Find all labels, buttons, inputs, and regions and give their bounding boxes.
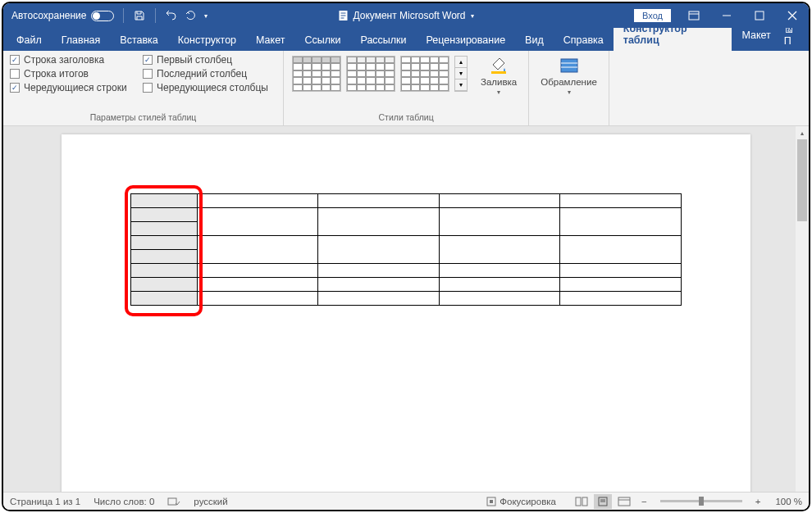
style-thumb[interactable] xyxy=(292,56,341,92)
svg-rect-14 xyxy=(576,497,581,506)
group-table-style-options: Строка заголовка Первый столбец Строка и… xyxy=(3,51,284,125)
close-button[interactable] xyxy=(776,3,809,28)
print-layout-icon[interactable] xyxy=(594,494,612,509)
word-count[interactable]: Число слов: 0 xyxy=(94,497,154,506)
scroll-down-icon[interactable]: ▾ xyxy=(455,68,467,79)
toggle-switch-icon xyxy=(91,11,114,21)
zoom-out-button[interactable]: − xyxy=(636,497,652,506)
zoom-slider[interactable] xyxy=(660,500,742,502)
titlebar: Автосохранение ▾ Документ Microsoft Word… xyxy=(3,3,809,28)
spellcheck-icon[interactable] xyxy=(167,496,180,507)
gallery-scroll[interactable]: ▴▾▾ xyxy=(454,56,468,92)
document-table[interactable] xyxy=(130,193,682,306)
borders-icon xyxy=(558,56,581,75)
paint-bucket-icon xyxy=(487,56,510,75)
login-button[interactable]: Вход xyxy=(634,9,671,22)
scroll-more-icon[interactable]: ▾ xyxy=(455,79,467,91)
svg-rect-13 xyxy=(490,500,493,503)
autosave-label: Автосохранение xyxy=(11,10,86,21)
read-mode-icon[interactable] xyxy=(573,494,591,509)
autosave-toggle[interactable]: Автосохранение xyxy=(11,10,114,21)
tab-mailings[interactable]: Рассылки xyxy=(350,30,416,51)
statusbar: Страница 1 из 1 Число слов: 0 русский Фо… xyxy=(3,492,809,510)
tab-insert[interactable]: Вставка xyxy=(110,30,167,51)
check-last-column[interactable]: Последний столбец xyxy=(143,68,247,79)
table-styles-gallery[interactable]: ▴▾▾ xyxy=(290,54,469,93)
ribbon: Строка заголовка Первый столбец Строка и… xyxy=(3,51,809,126)
chevron-down-icon: ▾ xyxy=(568,89,571,96)
svg-rect-15 xyxy=(582,497,587,506)
check-first-column[interactable]: Первый столбец xyxy=(143,54,232,66)
scroll-up-icon[interactable]: ▴ xyxy=(796,126,809,139)
style-thumb[interactable] xyxy=(400,56,449,92)
group-label-table-styles: Стили таблиц xyxy=(290,112,522,124)
svg-rect-4 xyxy=(755,11,764,20)
scroll-thumb[interactable] xyxy=(797,139,807,221)
chevron-down-icon: ▾ xyxy=(497,89,500,96)
save-icon[interactable] xyxy=(133,9,146,22)
ribbon-tabs: Файл Главная Вставка Конструктор Макет С… xyxy=(3,28,809,51)
check-banded-rows[interactable]: Чередующиеся строки xyxy=(10,82,133,93)
minimize-button[interactable] xyxy=(710,3,743,28)
tab-design[interactable]: Конструктор xyxy=(168,30,246,51)
ribbon-display-options-icon[interactable] xyxy=(677,3,710,28)
zoom-level[interactable]: 100 % xyxy=(775,497,802,506)
tab-home[interactable]: Главная xyxy=(52,30,111,51)
group-label-style-options: Параметры стилей таблиц xyxy=(10,112,276,124)
group-borders: Обрамление ▾ xyxy=(529,51,609,125)
group-table-styles: ▴▾▾ Заливка ▾ Стили таблиц xyxy=(284,51,529,125)
style-thumb[interactable] xyxy=(346,56,395,92)
tab-view[interactable]: Вид xyxy=(515,30,554,51)
tab-layout[interactable]: Макет xyxy=(246,30,294,51)
undo-icon[interactable] xyxy=(165,9,178,22)
svg-rect-8 xyxy=(561,59,577,72)
focus-mode-button[interactable]: Фокусировка xyxy=(486,497,556,506)
redo-icon[interactable] xyxy=(185,9,198,22)
svg-rect-1 xyxy=(689,11,699,20)
svg-rect-19 xyxy=(618,497,630,506)
check-banded-columns[interactable]: Чередующиеся столбцы xyxy=(143,82,268,93)
borders-button[interactable]: Обрамление ▾ xyxy=(536,54,602,98)
document-title[interactable]: Документ Microsoft Word ▾ xyxy=(338,10,473,21)
maximize-button[interactable] xyxy=(743,3,776,28)
tab-help[interactable]: Справка xyxy=(554,30,614,51)
page-info[interactable]: Страница 1 из 1 xyxy=(10,497,80,506)
document-area: ▴ xyxy=(3,126,809,492)
zoom-in-button[interactable]: + xyxy=(750,497,766,506)
tab-table-layout[interactable]: Макет xyxy=(732,25,780,46)
shading-button[interactable]: Заливка ▾ xyxy=(476,54,522,98)
tab-review[interactable]: Рецензирование xyxy=(417,30,516,51)
document-page[interactable] xyxy=(62,134,750,492)
svg-rect-11 xyxy=(168,498,176,505)
check-header-row[interactable]: Строка заголовка xyxy=(10,54,133,66)
tab-file[interactable]: Файл xyxy=(7,30,52,51)
web-layout-icon[interactable] xyxy=(615,494,633,509)
svg-rect-7 xyxy=(491,71,506,74)
scroll-up-icon[interactable]: ▴ xyxy=(455,57,467,68)
tab-references[interactable]: Ссылки xyxy=(294,30,350,51)
vertical-scrollbar[interactable]: ▴ xyxy=(796,126,809,492)
language-button[interactable]: русский xyxy=(194,497,227,506)
check-total-row[interactable]: Строка итогов xyxy=(10,68,133,79)
